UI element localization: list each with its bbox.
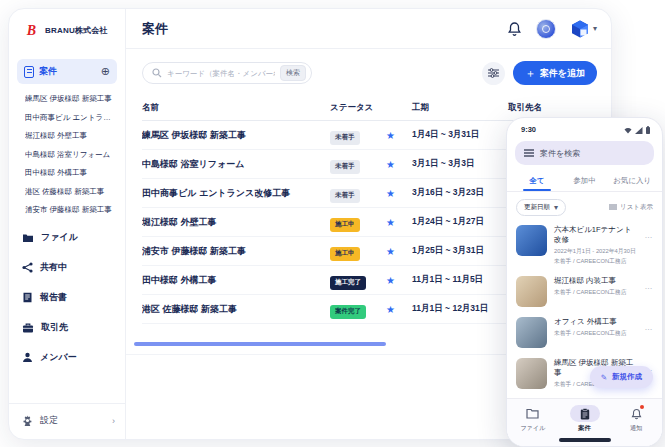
col-header-name: 名前 — [142, 102, 330, 114]
favorite-star-icon[interactable]: ★ — [386, 130, 412, 141]
mobile-search-placeholder: 案件を検索 — [540, 148, 580, 159]
horizontal-scrollbar[interactable] — [134, 342, 386, 346]
mobile-sort-row: 更新日順 ▾ リスト表示 — [507, 192, 662, 220]
page-title: 案件 — [142, 20, 168, 38]
briefcase-icon — [22, 323, 34, 333]
document-icon — [24, 66, 34, 78]
toolbar: 検索 ＋ 案件を追加 — [126, 49, 611, 95]
tab-all[interactable]: 全て — [513, 170, 561, 191]
list-item[interactable]: オフィス 外構工事 未着手 / CAREECON工務店 … — [507, 312, 662, 353]
branu-logo-icon: B — [23, 22, 40, 39]
chevron-down-icon: ▾ — [554, 203, 558, 212]
status-badge: 未着手 — [330, 160, 360, 174]
sidebar-item-clients[interactable]: 取引先 — [22, 321, 117, 334]
sort-order-button[interactable]: 更新日順 ▾ — [516, 199, 566, 216]
project-thumbnail — [516, 225, 547, 256]
status-badge: 案件完了 — [330, 305, 366, 319]
project-thumbnail — [516, 358, 547, 389]
sidebar-project-item[interactable]: 練馬区 伊坂様邸 新築工事 — [25, 94, 117, 104]
sidebar-project-item[interactable]: 中島様邸 浴室リフォーム — [25, 150, 117, 160]
col-header-client: 取引先名 — [508, 102, 587, 114]
battery-icon — [646, 126, 650, 134]
col-header-status: ステータス — [330, 102, 386, 114]
project-thumbnail — [516, 276, 547, 307]
chevron-down-icon: ▾ — [593, 24, 597, 33]
status-time: 9:30 — [521, 125, 536, 134]
add-circle-icon[interactable]: ⊕ — [101, 65, 110, 78]
sidebar-project-item[interactable]: 堀江様邸 外壁工事 — [25, 131, 117, 141]
favorite-star-icon[interactable]: ★ — [386, 188, 412, 199]
gear-icon — [22, 415, 33, 426]
tab-participating[interactable]: 参加中 — [561, 170, 609, 191]
sidebar-item-reports[interactable]: 報告書 — [22, 291, 117, 304]
home-indicator[interactable] — [559, 438, 611, 442]
project-thumbnail — [516, 317, 547, 348]
nav-projects[interactable]: 案件 — [559, 405, 611, 433]
sidebar: B BRANU株式会社 案件 ⊕ 練馬区 伊坂様邸 新築工事 田中商事ビル エン… — [9, 9, 126, 439]
bell-icon[interactable] — [507, 21, 522, 37]
nav-notifications[interactable]: 通知 — [610, 405, 662, 433]
add-project-button[interactable]: ＋ 案件を追加 — [513, 61, 597, 85]
clipboard-icon — [580, 408, 590, 420]
create-new-button[interactable]: ✎ 新規作成 — [590, 366, 653, 388]
folder-icon — [22, 233, 34, 243]
status-badge: 未着手 — [330, 131, 360, 145]
sidebar-menu: ファイル 共有中 報告書 取引先 メンバー — [9, 229, 125, 364]
sidebar-project-item[interactable]: 田中様邸 外構工事 — [25, 168, 117, 178]
bell-icon — [631, 408, 642, 420]
app-switcher[interactable]: ▾ — [570, 19, 597, 39]
brand: B BRANU株式会社 — [9, 9, 125, 51]
tab-favorites[interactable]: お気に入り — [608, 170, 656, 191]
mobile-app-window: 9:30 案件を検索 全て 参加中 お気に入り 更新日順 ▾ リスト表示 — [506, 117, 663, 447]
list-item[interactable]: 六本木ビル1Fテナント改修 2022年1月1日 - 2022年4月30日 未着手… — [507, 220, 662, 271]
favorite-star-icon[interactable]: ★ — [386, 217, 412, 228]
item-more-button[interactable]: … — [645, 225, 654, 240]
favorite-star-icon[interactable]: ★ — [386, 304, 412, 315]
sliders-icon — [488, 68, 499, 78]
item-more-button[interactable]: … — [645, 317, 654, 332]
pencil-icon: ✎ — [601, 373, 607, 382]
sidebar-item-projects[interactable]: 案件 ⊕ — [17, 59, 117, 84]
search-button[interactable]: 検索 — [280, 65, 306, 81]
topbar: 案件 ▾ — [126, 9, 611, 49]
mobile-search-bar[interactable]: 案件を検索 — [515, 141, 654, 165]
list-view-toggle[interactable]: リスト表示 — [609, 203, 653, 212]
sidebar-item-label: 案件 — [39, 65, 57, 78]
sidebar-item-settings[interactable]: 設定 › — [9, 403, 125, 439]
search-icon — [152, 68, 162, 78]
sidebar-project-item[interactable]: 田中商事ビル エントラ… — [25, 113, 117, 123]
company-name: BRANU株式会社 — [45, 25, 108, 36]
plus-icon: ＋ — [525, 66, 536, 81]
notification-badge — [640, 405, 644, 409]
filter-button[interactable] — [482, 62, 505, 85]
sidebar-project-item[interactable]: 港区 佐藤様邸 新築工事 — [25, 187, 117, 197]
sidebar-item-shared[interactable]: 共有中 — [22, 261, 117, 274]
favorite-star-icon[interactable]: ★ — [386, 275, 412, 286]
careecon-cube-icon — [570, 19, 590, 39]
search-input[interactable] — [167, 69, 275, 78]
item-more-button[interactable]: … — [645, 276, 654, 291]
sidebar-project-list: 練馬区 伊坂様邸 新築工事 田中商事ビル エントラ… 堀江様邸 外壁工事 中島様… — [9, 94, 125, 215]
sidebar-item-files[interactable]: ファイル — [22, 231, 117, 244]
favorite-star-icon[interactable]: ★ — [386, 246, 412, 257]
list-icon — [609, 204, 617, 211]
status-badge: 施工完了 — [330, 276, 366, 290]
favorite-star-icon[interactable]: ★ — [386, 159, 412, 170]
chevron-right-icon: › — [112, 416, 115, 426]
wifi-icon — [624, 127, 632, 134]
share-icon — [22, 262, 33, 273]
user-avatar[interactable] — [536, 19, 556, 39]
folder-icon — [526, 408, 539, 419]
list-item[interactable]: 堀江様邸 内装工事 未着手 / CAREECON工務店 … — [507, 271, 662, 312]
menu-icon[interactable] — [524, 149, 534, 157]
sidebar-item-members[interactable]: メンバー — [22, 351, 117, 364]
screenshot-stage: B BRANU株式会社 案件 ⊕ 練馬区 伊坂様邸 新築工事 田中商事ビル エン… — [0, 0, 665, 447]
mobile-status-bar: 9:30 — [507, 118, 662, 137]
search-box[interactable]: 検索 — [142, 62, 312, 84]
sidebar-project-item[interactable]: 浦安市 伊藤様邸 新築工事 — [25, 205, 117, 215]
status-badge: 施工中 — [330, 247, 360, 261]
status-badge: 未着手 — [330, 189, 360, 203]
col-header-period: 工期 — [412, 102, 508, 114]
status-badge: 施工中 — [330, 218, 360, 232]
nav-files[interactable]: ファイル — [507, 405, 559, 433]
